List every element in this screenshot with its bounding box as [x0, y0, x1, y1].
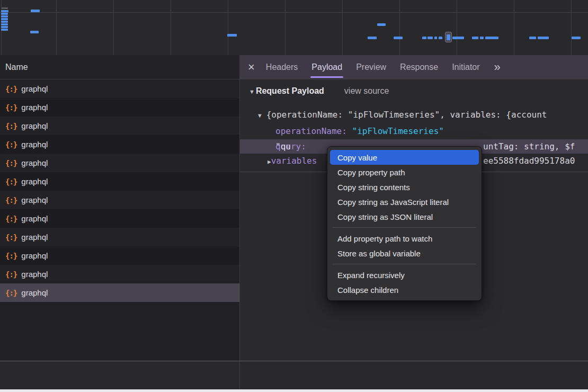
network-request-bar [480, 37, 484, 39]
tab-headers[interactable]: Headers [259, 55, 305, 79]
footer-divider [0, 361, 588, 361]
collapse-triangle-icon[interactable]: ▼ [249, 88, 255, 95]
menu-separator [333, 264, 476, 264]
network-request-bar [30, 31, 39, 33]
menu-item-expand-recursively[interactable]: Expand recursively [330, 268, 479, 282]
operation-name-row[interactable]: operationName: "ipFlowTimeseries" [275, 126, 444, 136]
request-row[interactable]: {:}graphql [0, 135, 239, 154]
menu-item-copy-string-as-json-literal[interactable]: Copy string as JSON literal [330, 209, 479, 224]
property-value-right: untTag: string, $f [483, 139, 575, 154]
request-row[interactable]: {:}graphql [0, 228, 239, 246]
request-row[interactable]: {:}graphql [0, 246, 239, 265]
payload-root-row[interactable]: ▼{operationName: "ipFlowTimeseries", var… [258, 110, 588, 120]
json-braces-icon: {:} [5, 159, 17, 167]
request-row[interactable]: {:}graphql [0, 98, 239, 117]
details-tabbar: × HeadersPayloadPreviewResponseInitiator… [239, 55, 588, 79]
request-name: graphql [21, 233, 48, 242]
network-request-bar [434, 37, 437, 39]
network-request-bar [31, 10, 40, 12]
tab-strip: HeadersPayloadPreviewResponseInitiator [259, 55, 487, 79]
request-name: graphql [21, 214, 48, 223]
more-tabs-icon[interactable]: » [494, 61, 501, 73]
request-row[interactable]: {:}graphql [0, 117, 239, 135]
overview-gridline [56, 0, 57, 55]
network-request-bar [2, 7, 8, 9]
request-name: graphql [21, 103, 48, 112]
tab-payload[interactable]: Payload [305, 55, 349, 79]
request-row[interactable]: {:}graphql [0, 283, 239, 302]
request-name: graphql [21, 177, 48, 186]
menu-item-copy-value[interactable]: Copy value [330, 150, 479, 165]
close-icon[interactable]: × [248, 61, 255, 73]
network-overview[interactable] [0, 0, 588, 56]
json-braces-icon: {:} [5, 140, 17, 149]
network-request-bar [529, 37, 536, 39]
network-request-bar [1, 26, 8, 28]
request-name: graphql [21, 251, 48, 260]
network-request-bar [1, 15, 8, 17]
network-request-bar [1, 21, 8, 23]
menu-item-copy-string-contents[interactable]: Copy string contents [330, 180, 479, 194]
menu-item-store-as-global-variable[interactable]: Store as global variable [330, 246, 479, 261]
request-row[interactable]: {:}graphql [0, 79, 239, 98]
json-braces-icon: {:} [5, 289, 17, 297]
tab-response[interactable]: Response [393, 55, 445, 79]
request-row[interactable]: {:}graphql [0, 154, 239, 172]
request-name: graphql [21, 140, 48, 149]
network-request-bar [427, 37, 433, 39]
request-row[interactable]: {:}graphql [0, 265, 239, 283]
network-request-bar [572, 37, 581, 39]
menu-item-copy-property-path[interactable]: Copy property path [330, 165, 479, 180]
request-row[interactable]: {:}graphql [0, 209, 239, 228]
tab-initiator[interactable]: Initiator [445, 55, 486, 79]
selected-request-marker-bar [447, 34, 450, 40]
json-braces-icon: {:} [5, 215, 17, 223]
page-bottom-strip [0, 389, 588, 392]
request-list-empty-area [0, 302, 239, 361]
property-value: "ipFlowTimeseries" [352, 126, 444, 136]
name-column-header[interactable]: Name [0, 55, 239, 79]
network-request-bar [1, 13, 8, 15]
network-request-bar [1, 23, 8, 25]
request-payload-section-header[interactable]: ▼ Request Payload view source [249, 86, 389, 96]
overview-gridline [285, 0, 286, 55]
overview-gridline [113, 0, 114, 55]
json-braces-icon: {:} [5, 252, 17, 260]
overview-gridline [342, 0, 343, 55]
network-request-bar [1, 29, 8, 31]
network-request-bar [377, 23, 386, 26]
overview-gridline [228, 0, 228, 55]
json-braces-icon: {:} [5, 177, 17, 186]
property-value-left: "qu [275, 139, 291, 154]
tab-preview[interactable]: Preview [349, 55, 393, 79]
property-value-right: ee5588fdad995178a0 [483, 156, 575, 166]
expand-triangle-icon[interactable]: ▼ [258, 112, 262, 119]
menu-separator [333, 227, 476, 228]
network-request-bar [422, 37, 426, 39]
menu-item-add-property-path-to-watch[interactable]: Add property path to watch [330, 231, 479, 246]
overview-gridline-horizontal [0, 12, 588, 13]
request-name: graphql [21, 121, 48, 130]
section-title: Request Payload [256, 86, 324, 96]
request-name: graphql [21, 195, 48, 204]
overview-gridline [457, 0, 457, 55]
expand-triangle-icon[interactable]: ▶ [268, 158, 271, 165]
request-name: graphql [21, 270, 48, 279]
menu-item-collapse-children[interactable]: Collapse children [330, 282, 479, 297]
panel-split-divider[interactable] [239, 79, 240, 389]
menu-item-copy-string-as-javascript-literal[interactable]: Copy string as JavaScript literal [330, 194, 479, 209]
request-row[interactable]: {:}graphql [0, 172, 239, 191]
json-braces-icon: {:} [5, 196, 17, 204]
overview-gridline [514, 0, 514, 55]
context-menu: Copy valueCopy property pathCopy string … [327, 146, 482, 301]
network-request-bar [1, 10, 8, 12]
network-request-bar [452, 37, 464, 39]
json-braces-icon: {:} [5, 122, 17, 130]
request-row[interactable]: {:}graphql [0, 191, 239, 209]
selected-request-marker[interactable] [445, 32, 452, 42]
json-braces-icon: {:} [5, 270, 17, 279]
network-request-bar [485, 37, 498, 39]
view-source-link[interactable]: view source [344, 86, 389, 96]
property-key: operationName: [275, 126, 347, 136]
request-name: graphql [21, 288, 48, 297]
